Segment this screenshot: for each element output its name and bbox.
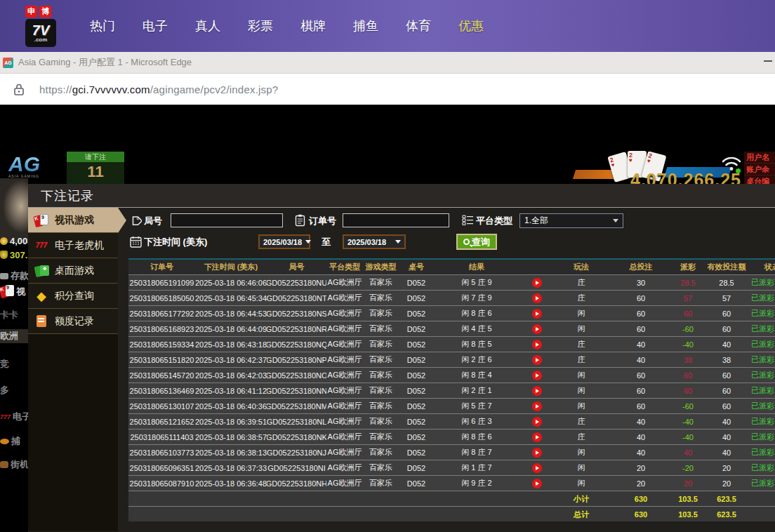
window-title: Asia Gaming - 用户配置 1 - Microsoft Edge [18, 56, 192, 69]
cell-order: 250318065191099 [128, 275, 195, 290]
cell-order: 250318065145720 [128, 368, 195, 383]
lobby-strip-item-3[interactable]: 存款 [0, 269, 28, 283]
modal-body: K9视讯游戏777电子老虎机♣桌面游戏◆积分查询额度记录 局号 [28, 208, 775, 531]
lobby-strip-item-1[interactable]: 4,003 [0, 234, 28, 248]
minimize-button[interactable] [764, 60, 772, 62]
cell-platform: AG欧洲厅 [326, 430, 363, 444]
nav-item-5[interactable]: 棋牌 [296, 18, 330, 34]
cell-result: 闲 8 庄 5 [434, 337, 519, 352]
lobby-strip-item-2[interactable]: 307. [0, 248, 28, 262]
lobby-strip-item-7[interactable]: 竞 [0, 357, 28, 371]
lobby-strip-item-5[interactable]: 卡卡 [0, 308, 28, 322]
nav-item-3[interactable]: 真人 [191, 18, 225, 34]
to-label: 至 [322, 236, 331, 248]
header-play: 玩法 [555, 260, 608, 274]
nav-item-8[interactable]: 优惠 [454, 18, 488, 34]
lobby-strip-item-11[interactable]: 街机 [0, 458, 28, 472]
cell-time: 2025-03-18 06:37:33 [195, 460, 267, 475]
play-video-button[interactable] [532, 432, 542, 442]
nav-item-2[interactable]: 电子 [138, 18, 172, 34]
lobby-strip-item-4[interactable]: K9视 [0, 285, 28, 299]
nav-item-4[interactable]: 彩票 [244, 18, 277, 34]
round-input[interactable] [171, 213, 283, 227]
nav-item-7[interactable]: 体育 [402, 18, 435, 34]
cell-game: 百家乐 [363, 306, 399, 321]
search-button[interactable]: 查询 [456, 234, 497, 250]
green-card-front: ♣ [40, 265, 49, 276]
play-video-button[interactable] [532, 448, 542, 458]
lobby-strip-item-8[interactable]: 多 [0, 383, 28, 397]
cell-table_no: D052 [399, 291, 434, 305]
cell-valid: 40 [702, 445, 751, 460]
cell-valid: 40 [702, 430, 751, 444]
play-video-button[interactable] [532, 401, 542, 411]
play-video-button[interactable] [532, 293, 542, 303]
browser-url-bar: https://gci.7vvvvvv.com/agingame/pcv2/in… [0, 74, 775, 105]
subtotal-row-playicon [519, 491, 555, 507]
search-button-label: 查询 [472, 236, 490, 248]
nav-item-1[interactable]: 热门 [86, 18, 119, 34]
cell-total: 40 [608, 414, 674, 429]
cell-order: 250318065087910 [128, 476, 195, 491]
slot777-icon: 777 [34, 238, 49, 253]
platform-select[interactable]: 1.全部 [519, 213, 623, 228]
arcade-icon [0, 461, 8, 468]
sidebar-item-4[interactable]: ◆积分查询 [28, 284, 118, 309]
play-video-button[interactable] [532, 386, 542, 396]
bet-timer-value: 11 [67, 162, 124, 182]
sidebar-item-2[interactable]: 777电子老虎机 [28, 233, 118, 258]
bet-records-modal: 下注记录 K9视讯游戏777电子老虎机♣桌面游戏◆积分查询额度记录 局号 [28, 184, 775, 532]
round-filter-label: 局号 [144, 215, 162, 227]
date-from-select[interactable]: 2025/03/18 [258, 234, 310, 249]
cell-valid: 40 [702, 337, 751, 352]
address-input[interactable]: https://gci.7vvvvvv.com/agingame/pcv2/in… [39, 84, 278, 95]
platform-list-icon [462, 214, 474, 226]
play-video-button[interactable] [532, 417, 542, 427]
deposit-icon [0, 273, 8, 279]
lobby-strip-label: 4,003 [10, 236, 28, 246]
play-video-button[interactable] [532, 309, 542, 319]
cell-round: GD052253180NM [267, 399, 326, 413]
lobby-strip-item-6[interactable]: 欧洲 [0, 329, 28, 343]
play-video-button[interactable] [532, 463, 542, 473]
cell-platform: AG欧洲厅 [326, 337, 363, 352]
order-input[interactable] [343, 213, 449, 227]
777-icon: 777 [0, 413, 11, 420]
grand-total-row-status [751, 507, 775, 521]
cell-valid: 40 [702, 414, 751, 429]
sidebar-item-3[interactable]: ♣桌面游戏 [28, 258, 118, 284]
nav-item-6[interactable]: 捕鱼 [349, 18, 383, 34]
sidebar-item-5[interactable]: 额度记录 [28, 309, 118, 334]
table-row: 2503180651689232025-03-18 06:44:09GD0522… [128, 321, 775, 336]
site-logo[interactable]: 申 博 7V .com [25, 6, 65, 51]
cell-valid: 60 [702, 321, 751, 336]
lobby-strip-item-10[interactable]: 捕 [0, 434, 28, 448]
header-game: 游戏类型 [363, 260, 399, 274]
cell-total: 40 [608, 445, 674, 460]
play-video-button[interactable] [532, 278, 542, 288]
play-video-button[interactable] [532, 479, 542, 488]
cell-platform: AG欧洲厅 [326, 383, 363, 398]
play-video-button[interactable] [532, 355, 542, 365]
subtotal-row: 小计630103.5623.5 [128, 491, 775, 506]
filters-area: 局号 订单号 [128, 208, 775, 258]
grand-total-row-total: 630 [608, 507, 674, 521]
play-video-button[interactable] [532, 324, 542, 334]
cell-result: 闲 2 庄 1 [434, 383, 519, 398]
play-video-button[interactable] [532, 340, 542, 350]
cell-play: 闲 [555, 321, 608, 336]
date-to-select[interactable]: 2025/03/18 [343, 234, 406, 249]
sidebar-item-1[interactable]: K9视讯游戏 [28, 208, 118, 233]
cell-time: 2025-03-18 06:46:06 [195, 275, 267, 290]
table-games-icon: ♣ [34, 263, 49, 279]
grand-total-row-platform [326, 507, 363, 521]
lobby-strip-item-9[interactable]: 777电子 [0, 410, 28, 424]
cell-total: 60 [608, 306, 674, 321]
subtotal-row-platform [326, 491, 363, 507]
play-video-button[interactable] [532, 371, 542, 380]
cell-round: GD052253180NP [267, 352, 326, 367]
cell-order: 250318065177292 [128, 306, 195, 321]
grand-total-row-round [267, 507, 326, 521]
cell-playicon [519, 291, 555, 305]
lobby-strip-label: 捕 [11, 435, 20, 448]
